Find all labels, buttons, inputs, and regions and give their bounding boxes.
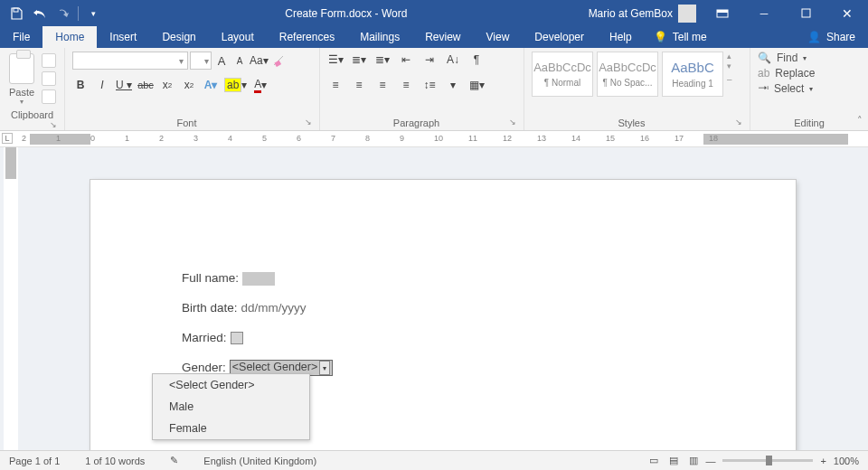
underline-button[interactable]: U ▾ [116,77,132,93]
zoom-level[interactable]: 100% [834,456,859,466]
menu-item[interactable]: Female [153,418,309,439]
dialog-launcher-icon[interactable]: ↘ [735,118,742,127]
bold-button[interactable]: B [72,77,89,93]
subscript-button[interactable]: x2 [159,77,175,93]
tab-design[interactable]: Design [149,26,208,48]
format-painter-icon[interactable] [42,89,56,104]
tab-developer[interactable]: Developer [522,26,597,48]
label-birth: Birth date: [182,300,238,317]
menu-item[interactable]: Male [153,396,309,418]
style-heading1[interactable]: AaBbCHeading 1 [662,52,723,97]
qat-customize-icon[interactable]: ▾ [82,0,104,26]
tab-layout[interactable]: Layout [209,26,267,48]
copy-icon[interactable] [42,71,56,86]
grow-font-icon[interactable]: A [213,52,230,69]
account-area[interactable]: Mario at GemBox [583,0,702,26]
menu-item[interactable]: <Select Gender> [153,374,309,396]
align-left-icon[interactable]: ≡ [327,77,344,93]
chevron-down-icon[interactable]: ▾ [319,361,330,375]
birth-field[interactable]: dd/mm/yyyy [241,300,307,317]
tab-review[interactable]: Review [412,26,473,48]
italic-button[interactable]: I [94,77,110,93]
tab-mailings[interactable]: Mailings [347,26,412,48]
highlight-icon[interactable]: ab▾ [224,77,247,93]
line-spacing-icon[interactable]: ↕≡ [421,77,438,93]
paste-button[interactable]: Paste ▾ [7,52,36,108]
save-icon[interactable] [5,0,27,26]
tell-me[interactable]: 💡Tell me [645,26,716,48]
superscript-button[interactable]: x2 [181,77,197,93]
print-layout-icon[interactable]: ▤ [669,455,678,466]
dec-indent-icon[interactable]: ⇤ [398,52,414,68]
close-button[interactable]: ✕ [826,0,868,26]
ribbon-display-icon[interactable] [702,0,743,26]
font-size-combo[interactable]: ▾ [190,52,212,70]
numbering-icon[interactable]: ≣▾ [351,52,367,68]
share-icon: 👤 [807,31,821,43]
style-nospacing[interactable]: AaBbCcDc¶ No Spac... [597,52,658,97]
page-count[interactable]: Page 1 of 1 [9,456,60,466]
web-layout-icon[interactable]: ▥ [689,455,698,466]
label-fullname: Full name: [182,270,239,287]
sort-icon[interactable]: A↓ [445,52,461,68]
tab-file[interactable]: File [0,26,42,48]
ribbon-tabs: File Home Insert Design Layout Reference… [0,26,868,48]
word-count[interactable]: 1 of 10 words [85,456,145,466]
cut-icon[interactable] [42,53,56,68]
justify-icon[interactable]: ≡ [398,77,414,93]
tab-help[interactable]: Help [597,26,645,48]
quick-access-toolbar: ▾ [0,0,109,26]
zoom-out-button[interactable]: — [705,456,715,466]
redo-icon[interactable] [52,0,74,26]
collapse-ribbon-icon[interactable]: ˄ [857,115,863,127]
tab-references[interactable]: References [267,26,347,48]
share-button[interactable]: 👤Share [795,26,868,48]
ruler-vertical[interactable] [4,147,18,450]
page[interactable]: Full name: Birth date: dd/mm/yyyy Marrie… [90,180,796,450]
tab-insert[interactable]: Insert [97,26,149,48]
zoom-in-button[interactable]: + [820,456,826,466]
tab-home[interactable]: Home [42,26,97,48]
style-normal[interactable]: AaBbCcDc¶ Normal [532,52,593,97]
align-center-icon[interactable]: ≡ [351,77,367,93]
gender-dropdown-menu: <Select Gender> Male Female [152,373,310,440]
bullets-icon[interactable]: ☰▾ [327,52,344,68]
inc-indent-icon[interactable]: ⇥ [421,52,438,68]
tab-view[interactable]: View [474,26,523,48]
read-mode-icon[interactable]: ▭ [649,455,658,466]
clear-format-icon[interactable] [270,52,287,69]
tab-selector-icon[interactable]: L [2,133,13,144]
married-checkbox[interactable] [231,332,243,344]
maximize-button[interactable] [785,0,826,26]
strike-button[interactable]: abc [137,77,154,93]
group-label: Paragraph [393,118,439,128]
ruler-horizontal[interactable]: L 210123456789101112131415161718 [0,131,868,147]
minimize-button[interactable]: ─ [743,0,785,26]
font-name-combo[interactable]: ▾ [72,52,188,70]
group-paragraph: ☰▾ ≣▾ ≣▾ ⇤ ⇥ A↓ ¶ ≡ ≡ ≡ ≡ ↕≡ ▾ ▦▾ Paragr… [320,48,524,130]
shading-icon[interactable]: ▾ [445,77,461,93]
find-button[interactable]: 🔍Find▾ [758,52,861,64]
dialog-launcher-icon[interactable]: ↘ [509,118,516,127]
show-marks-icon[interactable]: ¶ [468,52,485,68]
proofing-icon[interactable]: ✎ [170,455,178,466]
svg-rect-0 [14,8,18,12]
text-effects-icon[interactable]: A▾ [203,77,219,93]
shrink-font-icon[interactable]: A [231,52,248,69]
dialog-launcher-icon[interactable]: ↘ [50,120,57,129]
change-case-icon[interactable]: Aa▾ [250,52,269,69]
replace-button[interactable]: abReplace [758,67,861,80]
font-color-icon[interactable]: A▾ [252,77,269,93]
align-right-icon[interactable]: ≡ [374,77,391,93]
multilevel-icon[interactable]: ≣▾ [374,52,391,68]
dialog-launcher-icon[interactable]: ↘ [305,118,312,127]
borders-icon[interactable]: ▦▾ [468,77,485,93]
zoom-slider[interactable] [722,459,813,462]
separator [78,6,79,21]
fullname-field[interactable] [242,272,275,286]
language[interactable]: English (United Kingdom) [203,456,316,466]
share-label: Share [826,31,855,43]
select-button[interactable]: ⭲Select▾ [758,82,861,95]
styles-more-icon[interactable]: ▴▾⎯ [727,52,740,80]
undo-icon[interactable] [29,0,51,26]
